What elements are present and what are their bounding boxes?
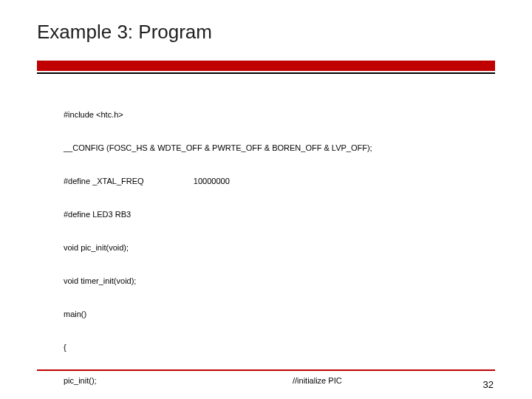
code-line: { — [64, 342, 293, 353]
code-line: pic_init(); — [64, 375, 293, 386]
title-underline-thin — [37, 72, 495, 74]
code-line: main() — [64, 309, 293, 320]
code-line: #define _XTAL_FREQ 10000000 — [64, 176, 293, 187]
slide: Example 3: Program #include <htc.h> __CO… — [0, 0, 532, 399]
code-line: void pic_init(void); — [64, 242, 293, 253]
slide-title: Example 3: Program — [37, 21, 212, 44]
code-comment: //initialize PIC — [293, 375, 342, 386]
footer-rule — [37, 369, 495, 371]
code-line: #define LED3 RB3 — [64, 209, 293, 220]
code-line: #include <htc.h> — [64, 109, 293, 120]
code-line: __CONFIG (FOSC_HS & WDTE_OFF & PWRTE_OFF… — [64, 143, 372, 154]
title-underline-thick — [37, 61, 495, 71]
code-block: #include <htc.h> __CONFIG (FOSC_HS & WDT… — [64, 87, 488, 399]
page-number: 32 — [483, 379, 494, 390]
code-line: void timer_init(void); — [64, 276, 293, 287]
